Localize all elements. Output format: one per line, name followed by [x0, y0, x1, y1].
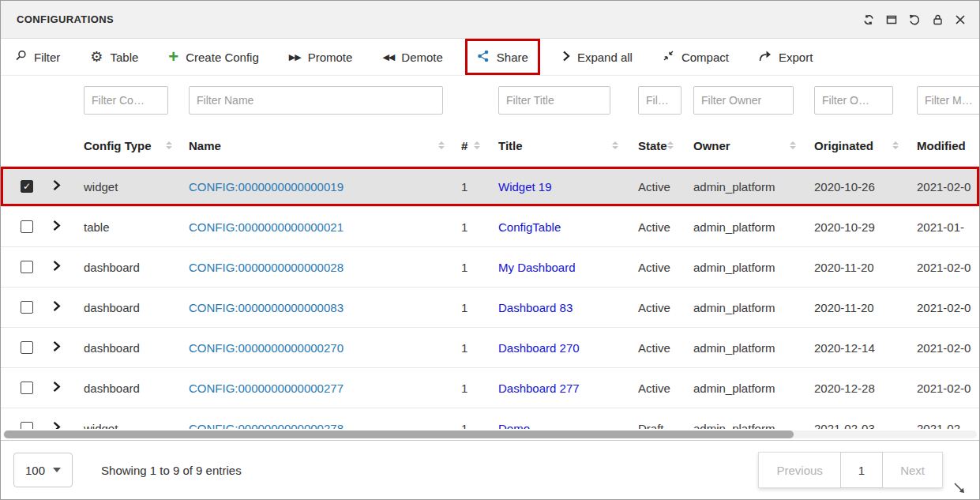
- fast-forward-icon: ▶▶: [289, 52, 301, 62]
- state-cell: Active: [629, 167, 684, 206]
- config-type-cell: widget: [76, 167, 182, 206]
- next-page-button[interactable]: Next: [882, 452, 943, 488]
- scrollbar-thumb[interactable]: [4, 430, 794, 438]
- count-cell: 1: [455, 368, 490, 408]
- table-row[interactable]: widget CONFIG:0000000000000019 1 Widget …: [1, 167, 979, 207]
- panel-title: CONFIGURATIONS: [17, 13, 114, 25]
- pagination: Previous 1 Next: [758, 452, 943, 488]
- count-cell: 1: [455, 207, 490, 246]
- row-checkbox[interactable]: [21, 422, 33, 429]
- config-name-link[interactable]: CONFIG:0000000000000028: [189, 261, 344, 274]
- filter-modified-input[interactable]: [917, 86, 979, 115]
- filter-state-input[interactable]: [638, 86, 681, 115]
- table-row[interactable]: widget CONFIG:0000000000000278 1 Demo Dr…: [1, 408, 979, 429]
- resize-handle-icon[interactable]: [952, 481, 967, 498]
- sort-icon: [790, 141, 796, 149]
- demote-button[interactable]: ◀◀ Demote: [382, 51, 442, 64]
- originated-cell: 2020-11-20: [806, 288, 909, 327]
- title-link[interactable]: My Dashboard: [498, 261, 576, 274]
- modified-cell: 2021-02-0: [909, 328, 979, 367]
- state-cell: Active: [629, 207, 684, 246]
- expand-row-icon[interactable]: [52, 340, 61, 355]
- sort-icon: [892, 141, 899, 149]
- showing-entries-text: Showing 1 to 9 of 9 entries: [101, 464, 242, 477]
- row-checkbox[interactable]: [21, 341, 33, 354]
- column-header-config-type[interactable]: Config Type: [76, 139, 182, 152]
- table-row[interactable]: dashboard CONFIG:0000000000000028 1 My D…: [1, 247, 979, 288]
- table-header: Config Type Name # Title State Owner Ori…: [1, 125, 979, 167]
- column-header-name[interactable]: Name: [182, 139, 455, 152]
- share-button[interactable]: Share: [465, 39, 540, 75]
- table-row[interactable]: dashboard CONFIG:0000000000000270 1 Dash…: [1, 328, 979, 368]
- originated-cell: 2020-10-29: [806, 207, 909, 246]
- modified-cell: 2021-02-0: [909, 368, 979, 408]
- expand-row-icon[interactable]: [52, 179, 61, 194]
- expand-row-icon[interactable]: [52, 381, 61, 395]
- filter-button[interactable]: Filter: [15, 50, 60, 64]
- filter-originated-input[interactable]: [814, 86, 893, 115]
- state-cell: Active: [629, 247, 684, 287]
- expand-all-button[interactable]: Expand all: [562, 51, 633, 64]
- export-button[interactable]: Export: [759, 51, 813, 64]
- column-header-owner[interactable]: Owner: [684, 139, 806, 152]
- filter-name-input[interactable]: [189, 86, 443, 115]
- config-name-link[interactable]: CONFIG:0000000000000270: [189, 341, 344, 355]
- row-checkbox[interactable]: [21, 382, 33, 394]
- title-link[interactable]: Widget 19: [498, 180, 552, 194]
- column-header-state[interactable]: State: [629, 139, 684, 152]
- row-checkbox[interactable]: [21, 180, 33, 193]
- config-name-link[interactable]: CONFIG:0000000000000019: [189, 180, 344, 194]
- filter-title-input[interactable]: [498, 86, 610, 115]
- search-icon: [15, 50, 27, 64]
- refresh-icon[interactable]: [861, 12, 877, 28]
- row-checkbox[interactable]: [21, 220, 33, 233]
- state-cell: Active: [629, 368, 684, 408]
- expand-row-icon[interactable]: [52, 300, 61, 314]
- window-icon[interactable]: [884, 12, 899, 28]
- create-config-button[interactable]: + Create Config: [168, 51, 258, 64]
- expand-row-icon[interactable]: [52, 260, 61, 274]
- row-checkbox[interactable]: [21, 301, 33, 314]
- title-link[interactable]: ConfigTable: [498, 220, 561, 234]
- filter-owner-input[interactable]: [693, 86, 794, 115]
- table-row[interactable]: dashboard CONFIG:0000000000000083 1 Dash…: [1, 288, 979, 328]
- page-size-dropdown[interactable]: 100: [13, 453, 73, 487]
- config-name-link[interactable]: CONFIG:0000000000000277: [189, 382, 344, 395]
- title-link[interactable]: Dashboard 270: [498, 341, 580, 355]
- column-header-modified[interactable]: Modified: [909, 139, 979, 152]
- horizontal-scrollbar: [1, 429, 979, 440]
- compact-button[interactable]: Compact: [663, 50, 729, 64]
- promote-button[interactable]: ▶▶ Promote: [289, 51, 353, 64]
- table-row[interactable]: dashboard CONFIG:0000000000000277 1 Dash…: [1, 368, 979, 408]
- table-body: widget CONFIG:0000000000000019 1 Widget …: [1, 167, 979, 429]
- current-page-button[interactable]: 1: [840, 452, 883, 488]
- expand-row-icon[interactable]: [52, 220, 61, 234]
- plus-icon: +: [168, 51, 178, 62]
- undo-icon[interactable]: [907, 12, 922, 28]
- sort-icon: [667, 141, 674, 149]
- config-name-link[interactable]: CONFIG:0000000000000083: [189, 301, 344, 314]
- sort-icon: [612, 141, 618, 149]
- column-header-title[interactable]: Title: [490, 139, 629, 152]
- title-link[interactable]: Dashboard 277: [498, 382, 580, 395]
- table-button[interactable]: ⚙ Table: [90, 51, 138, 64]
- lock-icon[interactable]: [929, 12, 945, 28]
- title-link[interactable]: Dashboard 83: [498, 301, 573, 314]
- filter-config-type-input[interactable]: [84, 86, 168, 115]
- column-header-count[interactable]: #: [455, 139, 490, 152]
- originated-cell: 2020-12-14: [806, 328, 909, 367]
- originated-cell: 2020-10-26: [806, 167, 909, 206]
- table-row[interactable]: table CONFIG:0000000000000021 1 ConfigTa…: [1, 207, 979, 247]
- window-controls: [861, 12, 968, 28]
- config-type-cell: table: [76, 207, 182, 246]
- config-name-link[interactable]: CONFIG:0000000000000278: [189, 422, 344, 430]
- column-header-originated[interactable]: Originated: [806, 139, 909, 152]
- previous-page-button[interactable]: Previous: [758, 452, 840, 488]
- config-name-link[interactable]: CONFIG:0000000000000021: [189, 220, 344, 234]
- row-checkbox[interactable]: [21, 261, 33, 273]
- expand-row-icon[interactable]: [52, 421, 61, 429]
- sort-icon: [474, 141, 480, 149]
- close-icon[interactable]: [952, 12, 968, 28]
- title-link[interactable]: Demo: [498, 422, 530, 430]
- config-type-cell: dashboard: [76, 328, 182, 367]
